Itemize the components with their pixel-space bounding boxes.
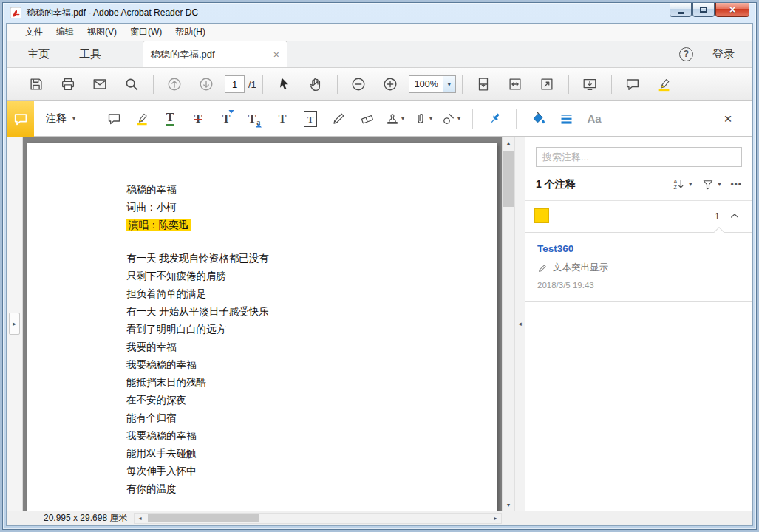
lyric-line: 能有个归宿	[126, 409, 483, 427]
read-mode-button[interactable]	[576, 72, 603, 97]
sticky-note-button[interactable]	[100, 106, 128, 132]
comment-options-button[interactable]: •••	[730, 180, 742, 190]
document-tab[interactable]: 稳稳的幸福.pdf ×	[143, 41, 287, 67]
save-button[interactable]	[23, 72, 50, 97]
actual-size-button[interactable]	[534, 72, 560, 97]
app-window: 稳稳的幸福.pdf - Adobe Acrobat Reader DC × 文件…	[2, 2, 757, 530]
drawing-tools-button[interactable]: ▾	[437, 106, 465, 132]
sort-icon: AZ	[672, 177, 686, 191]
chevron-up-icon[interactable]	[729, 210, 741, 222]
toolbar-separator	[337, 75, 338, 94]
zoom-level-select[interactable]: 100% ▾	[409, 75, 456, 93]
eraser-button[interactable]	[353, 106, 381, 132]
menu-edit[interactable]: 编辑	[50, 24, 81, 41]
maximize-icon	[700, 7, 707, 13]
highlight-text-button[interactable]	[128, 106, 156, 132]
close-icon: ×	[724, 111, 732, 127]
close-button[interactable]: ×	[715, 3, 749, 17]
toolbar-separator	[472, 109, 473, 129]
strikethrough-text-button[interactable]: T	[184, 106, 212, 132]
menu-view[interactable]: 视图(V)	[81, 24, 123, 41]
svg-text:Z: Z	[674, 185, 678, 191]
toolbar-separator	[262, 75, 263, 94]
attach-file-button[interactable]: ▾	[409, 106, 437, 132]
scroll-left-button[interactable]: ◂	[135, 514, 146, 523]
zoom-in-icon	[382, 76, 398, 92]
lyric-line: 有一天 我发现自怜资格都已没有	[126, 250, 483, 267]
highlight-button[interactable]	[651, 72, 678, 97]
tab-bar-right: ? 登录	[679, 47, 735, 61]
hand-tool-button[interactable]	[302, 72, 329, 97]
underline-text-button[interactable]: T	[156, 106, 184, 132]
line-thickness-button[interactable]	[552, 106, 580, 132]
sort-comments-button[interactable]: AZ ▾	[672, 177, 692, 191]
scrolling-mode-button[interactable]	[470, 72, 497, 97]
comment-type-row: 文本突出显示	[537, 262, 741, 274]
scroll-down-button[interactable]: ▾	[503, 499, 514, 511]
comment-mode-button[interactable]	[7, 101, 34, 137]
acrobat-reader-icon	[10, 7, 21, 18]
keep-tool-selected-button[interactable]	[480, 106, 508, 132]
tab-close-icon[interactable]: ×	[273, 49, 279, 61]
previous-page-button[interactable]	[161, 72, 188, 97]
vertical-scrollbar[interactable]: ▴ ▾	[502, 137, 514, 511]
pencil-button[interactable]	[324, 106, 353, 132]
options-icon: •••	[730, 180, 742, 190]
chevron-down-icon: ▾	[457, 115, 460, 122]
lyric-line: 我要稳稳的幸福	[126, 427, 483, 445]
next-page-button[interactable]	[193, 72, 219, 97]
zoom-out-button[interactable]	[345, 72, 372, 97]
vertical-scrollbar-track[interactable]	[503, 149, 514, 499]
filter-comments-button[interactable]: ▾	[701, 178, 721, 191]
comment-button[interactable]	[619, 72, 646, 97]
text-style-button[interactable]: Aa	[580, 106, 608, 132]
search-button[interactable]	[118, 72, 145, 97]
window-controls: ×	[669, 3, 749, 17]
print-button[interactable]	[55, 72, 81, 97]
vertical-scrollbar-thumb[interactable]	[503, 151, 514, 207]
text-box-button[interactable]: T	[296, 106, 324, 132]
menu-window[interactable]: 窗口(W)	[123, 24, 169, 41]
fill-color-button[interactable]	[524, 106, 552, 132]
replace-text-button[interactable]: T	[212, 106, 240, 132]
chevron-down-icon: ▾	[429, 115, 432, 122]
menu-file[interactable]: 文件	[18, 24, 50, 41]
email-button[interactable]	[86, 72, 113, 97]
horizontal-scrollbar[interactable]: ◂ ▸	[134, 513, 502, 524]
select-tool-button[interactable]	[270, 72, 297, 97]
tab-tools[interactable]: 工具	[79, 47, 101, 61]
page-number-input[interactable]	[225, 75, 245, 93]
comment-group-count: 1	[715, 211, 720, 222]
insert-text-button[interactable]: Ta	[240, 106, 268, 132]
comment-card[interactable]: Test360 文本突出显示 2018/3/5 19:43	[525, 232, 752, 302]
help-icon[interactable]: ?	[679, 47, 693, 61]
comment-search-input[interactable]	[536, 147, 742, 167]
comment-group-right: 1	[715, 210, 743, 222]
comment-bubble-icon	[624, 76, 641, 92]
highlighted-text[interactable]: 演唱：陈奕迅	[126, 219, 191, 231]
add-text-icon: T	[279, 113, 287, 125]
collapse-right-panel-button[interactable]: ◂	[515, 313, 525, 335]
lyric-line: 有你的温度	[126, 480, 483, 498]
scroll-right-button[interactable]: ▸	[490, 514, 501, 523]
fit-page-button[interactable]	[502, 72, 528, 97]
expand-left-panel-button[interactable]: ▸	[9, 313, 20, 335]
horizontal-scrollbar-track[interactable]	[146, 514, 490, 523]
scroll-up-button[interactable]: ▴	[503, 137, 514, 149]
comment-dropdown[interactable]: 注释 ▾	[46, 112, 75, 126]
close-comment-toolbar-button[interactable]: ×	[717, 108, 739, 130]
horizontal-scrollbar-thumb[interactable]	[148, 514, 259, 522]
zoom-in-button[interactable]	[377, 72, 404, 97]
menu-help[interactable]: 帮助(H)	[169, 24, 212, 41]
menu-bar: 文件 编辑 视图(V) 窗口(W) 帮助(H)	[7, 24, 752, 41]
scroll-down-icon: ▾	[507, 502, 510, 508]
stamp-button[interactable]: ▾	[381, 106, 409, 132]
minimize-button[interactable]	[670, 3, 692, 17]
sticky-note-icon	[106, 111, 122, 126]
read-mode-icon	[582, 76, 598, 92]
maximize-button[interactable]	[692, 3, 715, 17]
add-text-button[interactable]: T	[268, 106, 296, 132]
lyric-line: 我要的幸福	[126, 338, 483, 356]
sign-in-button[interactable]: 登录	[712, 47, 735, 61]
tab-home[interactable]: 主页	[27, 47, 50, 61]
